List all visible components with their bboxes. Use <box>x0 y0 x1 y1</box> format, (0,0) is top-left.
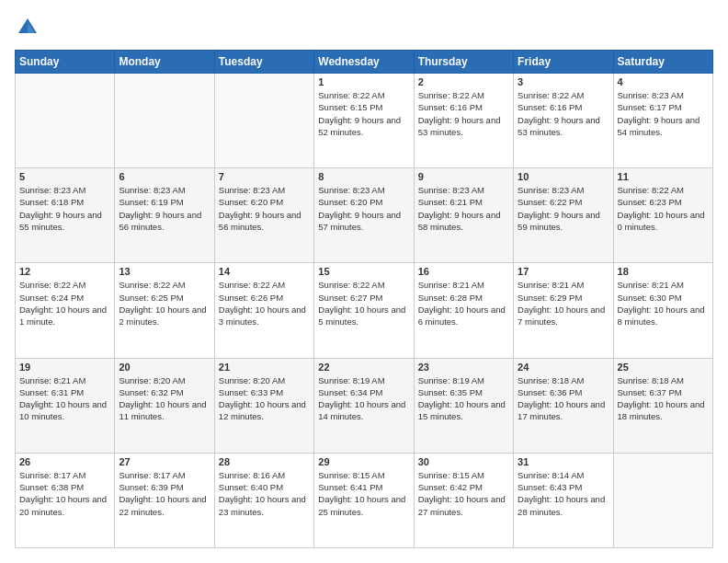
calendar-day-cell: 25Sunrise: 8:18 AMSunset: 6:37 PMDayligh… <box>613 358 712 453</box>
logo-icon <box>15 15 40 40</box>
calendar-day-cell <box>214 74 313 168</box>
calendar-day-cell <box>16 74 115 168</box>
calendar-day-cell: 13Sunrise: 8:22 AMSunset: 6:25 PMDayligh… <box>115 263 214 358</box>
calendar-week-row: 1Sunrise: 8:22 AMSunset: 6:15 PMDaylight… <box>16 74 713 168</box>
day-number: 21 <box>219 362 310 373</box>
calendar-day-cell: 20Sunrise: 8:20 AMSunset: 6:32 PMDayligh… <box>115 358 214 453</box>
day-info: Sunrise: 8:21 AMSunset: 6:28 PMDaylight:… <box>418 279 509 327</box>
day-info: Sunrise: 8:22 AMSunset: 6:23 PMDaylight:… <box>618 184 709 233</box>
day-info: Sunrise: 8:18 AMSunset: 6:37 PMDaylight:… <box>618 374 709 423</box>
day-number: 12 <box>19 266 110 277</box>
day-number: 15 <box>318 266 409 277</box>
day-info: Sunrise: 8:22 AMSunset: 6:16 PMDaylight:… <box>518 89 609 138</box>
day-info: Sunrise: 8:23 AMSunset: 6:20 PMDaylight:… <box>318 184 409 233</box>
day-info: Sunrise: 8:23 AMSunset: 6:20 PMDaylight:… <box>219 184 310 233</box>
calendar-day-cell: 23Sunrise: 8:19 AMSunset: 6:35 PMDayligh… <box>414 358 513 453</box>
calendar-day-cell: 5Sunrise: 8:23 AMSunset: 6:18 PMDaylight… <box>16 168 115 263</box>
day-number: 27 <box>119 456 210 467</box>
page: SundayMondayTuesdayWednesdayThursdayFrid… <box>0 0 728 563</box>
day-number: 9 <box>418 171 509 182</box>
day-info: Sunrise: 8:20 AMSunset: 6:33 PMDaylight:… <box>219 374 310 423</box>
calendar-day-cell: 17Sunrise: 8:21 AMSunset: 6:29 PMDayligh… <box>514 263 613 358</box>
day-info: Sunrise: 8:16 AMSunset: 6:40 PMDaylight:… <box>219 469 310 518</box>
calendar-week-row: 19Sunrise: 8:21 AMSunset: 6:31 PMDayligh… <box>16 358 713 453</box>
day-number: 1 <box>318 76 409 87</box>
calendar-day-cell: 14Sunrise: 8:22 AMSunset: 6:26 PMDayligh… <box>214 263 313 358</box>
day-number: 18 <box>618 266 709 277</box>
calendar-week-row: 5Sunrise: 8:23 AMSunset: 6:18 PMDaylight… <box>16 168 713 263</box>
calendar-day-cell: 16Sunrise: 8:21 AMSunset: 6:28 PMDayligh… <box>414 263 513 358</box>
day-info: Sunrise: 8:15 AMSunset: 6:42 PMDaylight:… <box>418 469 509 518</box>
calendar-day-header: Tuesday <box>214 51 313 74</box>
day-number: 11 <box>618 171 709 182</box>
calendar-day-cell: 8Sunrise: 8:23 AMSunset: 6:20 PMDaylight… <box>314 168 414 263</box>
day-info: Sunrise: 8:19 AMSunset: 6:35 PMDaylight:… <box>418 374 509 423</box>
day-info: Sunrise: 8:22 AMSunset: 6:16 PMDaylight:… <box>418 89 509 138</box>
calendar-day-cell: 24Sunrise: 8:18 AMSunset: 6:36 PMDayligh… <box>514 358 613 453</box>
calendar-day-cell: 15Sunrise: 8:22 AMSunset: 6:27 PMDayligh… <box>314 263 414 358</box>
calendar-day-cell: 4Sunrise: 8:23 AMSunset: 6:17 PMDaylight… <box>613 74 712 168</box>
day-info: Sunrise: 8:22 AMSunset: 6:24 PMDaylight:… <box>19 279 110 327</box>
day-number: 31 <box>518 456 609 467</box>
day-info: Sunrise: 8:23 AMSunset: 6:17 PMDaylight:… <box>618 89 709 138</box>
day-number: 30 <box>418 456 509 467</box>
calendar-day-cell: 7Sunrise: 8:23 AMSunset: 6:20 PMDaylight… <box>214 168 313 263</box>
calendar-day-cell: 30Sunrise: 8:15 AMSunset: 6:42 PMDayligh… <box>414 453 513 547</box>
calendar-day-cell: 19Sunrise: 8:21 AMSunset: 6:31 PMDayligh… <box>16 358 115 453</box>
calendar-day-cell: 29Sunrise: 8:15 AMSunset: 6:41 PMDayligh… <box>314 453 414 547</box>
calendar-day-cell <box>115 74 214 168</box>
calendar-day-header: Monday <box>115 51 214 74</box>
header <box>15 15 713 40</box>
day-info: Sunrise: 8:18 AMSunset: 6:36 PMDaylight:… <box>518 374 609 423</box>
day-number: 7 <box>219 171 310 182</box>
day-info: Sunrise: 8:22 AMSunset: 6:25 PMDaylight:… <box>119 279 210 327</box>
day-number: 24 <box>518 362 609 373</box>
calendar-day-cell: 18Sunrise: 8:21 AMSunset: 6:30 PMDayligh… <box>613 263 712 358</box>
day-number: 28 <box>219 456 310 467</box>
calendar-day-cell: 28Sunrise: 8:16 AMSunset: 6:40 PMDayligh… <box>214 453 313 547</box>
day-info: Sunrise: 8:21 AMSunset: 6:30 PMDaylight:… <box>618 279 709 327</box>
day-number: 20 <box>119 362 210 373</box>
calendar-table: SundayMondayTuesdayWednesdayThursdayFrid… <box>15 50 713 548</box>
day-info: Sunrise: 8:15 AMSunset: 6:41 PMDaylight:… <box>318 469 409 518</box>
day-number: 4 <box>618 76 709 87</box>
calendar-day-header: Saturday <box>613 51 712 74</box>
calendar-day-cell: 10Sunrise: 8:23 AMSunset: 6:22 PMDayligh… <box>514 168 613 263</box>
day-number: 8 <box>318 171 409 182</box>
day-info: Sunrise: 8:22 AMSunset: 6:15 PMDaylight:… <box>318 89 409 138</box>
calendar-day-cell: 26Sunrise: 8:17 AMSunset: 6:38 PMDayligh… <box>16 453 115 547</box>
calendar-day-cell: 27Sunrise: 8:17 AMSunset: 6:39 PMDayligh… <box>115 453 214 547</box>
calendar-day-cell: 9Sunrise: 8:23 AMSunset: 6:21 PMDaylight… <box>414 168 513 263</box>
day-number: 6 <box>119 171 210 182</box>
calendar-header-row: SundayMondayTuesdayWednesdayThursdayFrid… <box>16 51 713 74</box>
calendar-day-cell: 31Sunrise: 8:14 AMSunset: 6:43 PMDayligh… <box>514 453 613 547</box>
day-info: Sunrise: 8:23 AMSunset: 6:22 PMDaylight:… <box>518 184 609 233</box>
day-number: 22 <box>318 362 409 373</box>
calendar-day-cell: 3Sunrise: 8:22 AMSunset: 6:16 PMDaylight… <box>514 74 613 168</box>
calendar-day-cell: 22Sunrise: 8:19 AMSunset: 6:34 PMDayligh… <box>314 358 414 453</box>
logo <box>15 15 44 40</box>
day-number: 16 <box>418 266 509 277</box>
day-number: 29 <box>318 456 409 467</box>
calendar-day-cell: 11Sunrise: 8:22 AMSunset: 6:23 PMDayligh… <box>613 168 712 263</box>
day-info: Sunrise: 8:23 AMSunset: 6:21 PMDaylight:… <box>418 184 509 233</box>
day-number: 19 <box>19 362 110 373</box>
day-number: 26 <box>19 456 110 467</box>
calendar-week-row: 12Sunrise: 8:22 AMSunset: 6:24 PMDayligh… <box>16 263 713 358</box>
day-number: 14 <box>219 266 310 277</box>
day-info: Sunrise: 8:17 AMSunset: 6:39 PMDaylight:… <box>119 469 210 518</box>
day-number: 13 <box>119 266 210 277</box>
day-number: 2 <box>418 76 509 87</box>
calendar-day-cell: 1Sunrise: 8:22 AMSunset: 6:15 PMDaylight… <box>314 74 414 168</box>
day-info: Sunrise: 8:21 AMSunset: 6:31 PMDaylight:… <box>19 374 110 423</box>
day-info: Sunrise: 8:22 AMSunset: 6:27 PMDaylight:… <box>318 279 409 327</box>
calendar-day-header: Sunday <box>16 51 115 74</box>
calendar-day-cell <box>613 453 712 547</box>
calendar-day-cell: 2Sunrise: 8:22 AMSunset: 6:16 PMDaylight… <box>414 74 513 168</box>
day-info: Sunrise: 8:22 AMSunset: 6:26 PMDaylight:… <box>219 279 310 327</box>
calendar-day-cell: 21Sunrise: 8:20 AMSunset: 6:33 PMDayligh… <box>214 358 313 453</box>
calendar-day-header: Friday <box>514 51 613 74</box>
day-number: 25 <box>618 362 709 373</box>
day-number: 5 <box>19 171 110 182</box>
day-number: 3 <box>518 76 609 87</box>
